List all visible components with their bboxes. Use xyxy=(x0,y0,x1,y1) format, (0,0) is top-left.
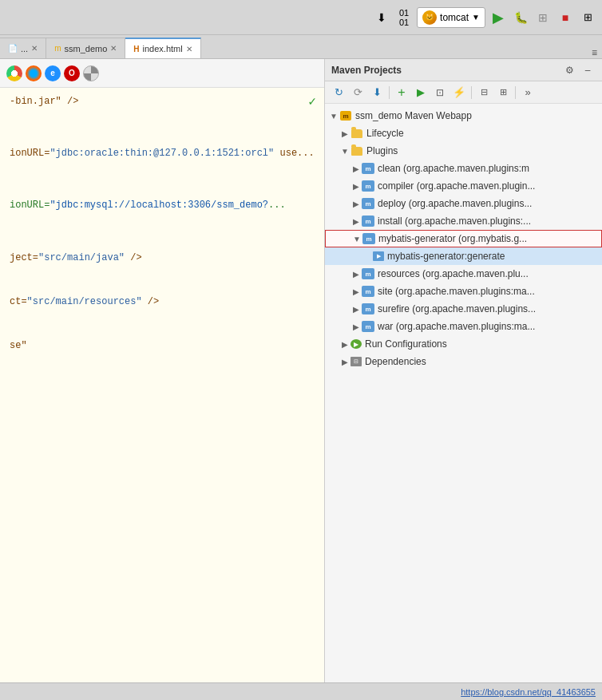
check-mark-icon: ✓ xyxy=(308,93,316,113)
firefox-icon[interactable] xyxy=(26,65,42,81)
editor-browser-toolbar: e O xyxy=(0,59,324,88)
code-text-5: ct="src/main/resources" /> xyxy=(10,296,159,307)
code-line-4: ject="src/main/java" /> xyxy=(10,251,315,266)
tree-goal-generate[interactable]: ▶ mybatis-generator:generate xyxy=(325,247,602,265)
coverage-icon[interactable]: ⊞ xyxy=(533,8,552,27)
debug-button[interactable]: 🐛 xyxy=(511,8,530,27)
maven-refresh-icon[interactable]: ↻ xyxy=(330,84,347,101)
surefire-label: surefire (org.apache.maven.plugins... xyxy=(378,303,536,314)
code-text-4: ject="src/main/java" /> xyxy=(10,252,142,263)
install-arrow xyxy=(351,216,362,227)
war-arrow xyxy=(351,321,362,332)
tree-lifecycle[interactable]: Lifecycle xyxy=(325,125,602,142)
tree-plugins[interactable]: Plugins xyxy=(325,142,602,160)
chrome-icon[interactable] xyxy=(6,65,22,81)
status-url[interactable]: https://blog.csdn.net/qq_41463655 xyxy=(461,687,596,697)
mybatis-icon: m xyxy=(362,233,375,244)
tab-first-close[interactable]: ✕ xyxy=(31,44,38,53)
code-text-6: se" xyxy=(10,340,27,351)
war-icon: m xyxy=(362,321,374,332)
code-text-2: ionURL="jdbc:oracle:thin:@127.0.0.1:1521… xyxy=(10,148,315,159)
status-bar: https://blog.csdn.net/qq_41463655 xyxy=(0,682,602,700)
run-config-icon: ▶ xyxy=(351,339,362,349)
clean-arrow xyxy=(351,163,362,174)
surefire-icon: m xyxy=(362,303,374,314)
maven-title: Maven Projects xyxy=(331,65,402,76)
code-line-5: ct="src/main/resources" /> xyxy=(10,295,315,310)
clean-label: clean (org.apache.maven.plugins:m xyxy=(378,163,529,174)
maven-collapse-icon[interactable]: ⊟ xyxy=(475,84,493,101)
tree-root[interactable]: m ssm_demo Maven Webapp xyxy=(325,107,602,125)
tree-plugin-install[interactable]: m install (org.apache.maven.plugins:... xyxy=(325,212,602,230)
tomcat-dropdown-icon[interactable]: ▼ xyxy=(472,13,480,22)
tree-dependencies[interactable]: ⊟ Dependencies xyxy=(325,353,602,370)
editor-content[interactable]: ✓ -bin.jar" /> ionURL="jdbc:oracle:thin:… xyxy=(0,88,324,682)
code-line-1: -bin.jar" /> xyxy=(10,94,315,109)
maven-more-icon[interactable]: – xyxy=(580,62,596,78)
maven-add-icon[interactable]: + xyxy=(393,84,410,101)
code-section-4: ject="src/main/java" /> xyxy=(10,251,315,266)
tree-run-configs[interactable]: ▶ Run Configurations xyxy=(325,335,602,353)
tab-index-icon: H xyxy=(133,45,139,53)
tree-plugin-war[interactable]: m war (org.apache.maven.plugins:ma... xyxy=(325,318,602,335)
editor-panel: e O ✓ -bin.jar" /> ionURL="jdbc:oracle:t… xyxy=(0,59,324,682)
top-toolbar: ⬇ 0101 🐱 tomcat ▼ ▶ 🐛 ⊞ ■ ⊞ xyxy=(0,0,602,35)
tab-first-label: ... xyxy=(21,44,28,53)
lifecycle-label: Lifecycle xyxy=(366,128,404,139)
tree-plugin-clean[interactable]: m clean (org.apache.maven.plugins:m xyxy=(325,160,602,177)
maven-rightmore-icon[interactable]: » xyxy=(519,84,537,101)
tab-first-icon: 📄 xyxy=(8,44,18,53)
code-spacer-1 xyxy=(10,114,315,146)
maven-run-icon[interactable]: ▶ xyxy=(412,84,430,101)
tab-ssm-label: ssm_demo xyxy=(65,44,108,53)
maven-reimport-icon[interactable]: ⟳ xyxy=(349,84,366,101)
war-label: war (org.apache.maven.plugins:ma... xyxy=(378,321,535,332)
generate-label: mybatis-generator:generate xyxy=(387,251,505,262)
code-text-1: -bin.jar" /> xyxy=(10,96,78,107)
code-section-1: -bin.jar" /> xyxy=(10,94,315,109)
tree-plugin-resources[interactable]: m resources (org.apache.maven.plu... xyxy=(325,265,602,283)
root-arrow xyxy=(328,110,339,121)
run-configs-arrow xyxy=(339,338,351,350)
run-button[interactable]: ▶ xyxy=(489,8,508,27)
tomcat-button[interactable]: 🐱 tomcat ▼ xyxy=(417,7,485,28)
tree-plugin-mybatis[interactable]: m mybatis-generator (org.mybatis.g... xyxy=(325,230,602,247)
grid-icon[interactable]: ⊞ xyxy=(578,8,597,27)
maven-settings-icon[interactable]: ⚙ xyxy=(561,62,577,78)
tabs-menu-button[interactable]: ≡ xyxy=(587,47,602,58)
clean-icon: m xyxy=(362,163,374,174)
tab-index-html[interactable]: H index.html ✕ xyxy=(125,38,200,58)
surefire-arrow xyxy=(351,303,362,314)
tree-plugin-deploy[interactable]: m deploy (org.apache.maven.plugins... xyxy=(325,195,602,212)
ie-icon[interactable]: e xyxy=(45,65,61,81)
tab-index-close[interactable]: ✕ xyxy=(186,45,192,53)
download-icon[interactable]: ⬇ xyxy=(372,8,391,27)
main-area: e O ✓ -bin.jar" /> ionURL="jdbc:oracle:t… xyxy=(0,59,602,682)
maven-expand-icon[interactable]: ⊞ xyxy=(494,84,512,101)
maven-lightning-icon[interactable]: ⚡ xyxy=(450,84,468,101)
root-label: ssm_demo Maven Webapp xyxy=(355,110,472,121)
mybatis-arrow xyxy=(351,233,362,244)
stop-button[interactable]: ■ xyxy=(556,8,575,27)
maven-panel: Maven Projects ⚙ – ↻ ⟳ ⬇ + ▶ ⊡ ⚡ ⊟ ⊞ » xyxy=(324,59,602,682)
opera-icon[interactable]: O xyxy=(64,65,80,81)
tree-plugin-compiler[interactable]: m compiler (org.apache.maven.plugin... xyxy=(325,177,602,195)
maven-download-icon[interactable]: ⬇ xyxy=(368,84,386,101)
safari-icon[interactable] xyxy=(83,65,99,81)
site-label: site (org.apache.maven.plugins:ma... xyxy=(378,286,535,297)
build-icon[interactable]: 0101 xyxy=(394,8,414,27)
install-label: install (org.apache.maven.plugins:... xyxy=(378,216,531,227)
tab-ssm-close[interactable]: ✕ xyxy=(110,44,117,53)
tabs-menu-icon: ≡ xyxy=(592,47,597,58)
maven-header: Maven Projects ⚙ – xyxy=(325,59,602,81)
tab-first[interactable]: 📄 ... ✕ xyxy=(0,38,46,58)
plugins-label: Plugins xyxy=(366,145,398,156)
resources-label: resources (org.apache.maven.plu... xyxy=(378,268,529,279)
tree-plugin-site[interactable]: m site (org.apache.maven.plugins:ma... xyxy=(325,283,602,300)
code-line-3: ionURL="jdbc:mysql://localhost:3306/ssm_… xyxy=(10,198,315,213)
tab-ssm-demo[interactable]: m ssm_demo ✕ xyxy=(46,38,125,58)
maven-lifecycle-icon[interactable]: ⊡ xyxy=(431,84,449,101)
code-spacer-2 xyxy=(10,166,315,198)
code-section-5: ct="src/main/resources" /> xyxy=(10,295,315,310)
tree-plugin-surefire[interactable]: m surefire (org.apache.maven.plugins... xyxy=(325,300,602,318)
